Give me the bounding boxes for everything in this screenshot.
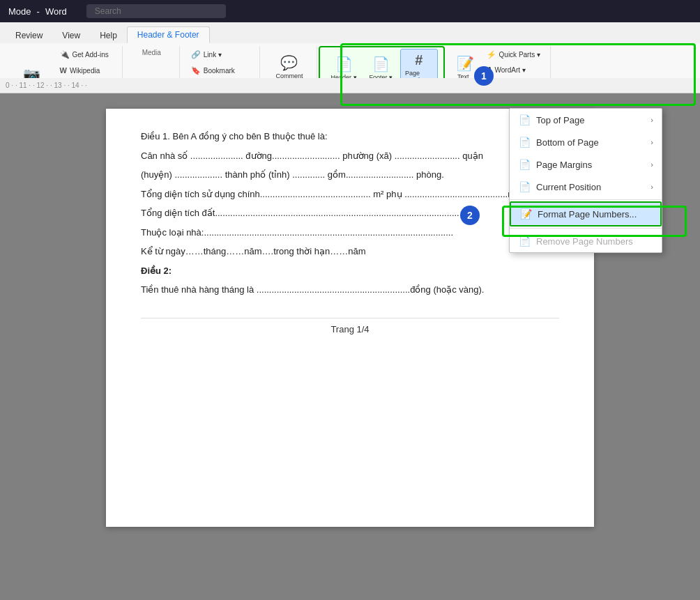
addins-icon: 🔌	[60, 50, 70, 59]
dropdown-divider-1	[510, 199, 662, 200]
tab-help[interactable]: Help	[90, 28, 127, 43]
bookmark-icon: 🔖	[191, 66, 201, 75]
quick-parts-icon: ⚡	[487, 50, 496, 59]
page-footer: Trang 1/4	[141, 318, 559, 334]
page-number-display: Trang 1/4	[330, 324, 369, 334]
ruler: 0 · · 11 · · 12 · · 13 · · 14 · ·	[0, 78, 700, 93]
badge-1: 1	[474, 66, 494, 86]
search-input[interactable]	[86, 4, 226, 18]
header-icon: 📄	[335, 56, 353, 72]
top-of-page-icon: 📄	[518, 114, 531, 126]
badge-2: 2	[460, 206, 480, 225]
wikipedia-btn[interactable]: W Wikipedia	[56, 63, 116, 77]
top-of-page-label: Top of Page	[536, 115, 584, 125]
dropdown-remove-page-numbers[interactable]: 📄 Remove Page Numbers	[510, 230, 662, 252]
title-separator: -	[37, 6, 40, 17]
tab-review[interactable]: Review	[6, 28, 52, 43]
format-page-numbers-label: Format Page Numbers...	[538, 209, 637, 220]
dropdown-divider-2	[510, 228, 662, 229]
tab-view[interactable]: View	[52, 28, 90, 43]
ribbon-tabs: Review View Help Header & Footer	[0, 22, 700, 43]
get-addins-btn[interactable]: 🔌 Get Add-ins	[56, 47, 116, 62]
tab-header-footer[interactable]: Header & Footer	[127, 26, 210, 43]
comment-icon: 💬	[280, 54, 298, 71]
current-position-chevron: ›	[650, 183, 653, 191]
wikipedia-icon: W	[60, 66, 67, 75]
footer-icon: 📄	[372, 56, 390, 72]
dropdown-page-margins[interactable]: 📄 Page Margins ›	[510, 153, 662, 176]
bookmark-btn[interactable]: 🔖 Bookmark	[187, 63, 254, 78]
title-mode: Mode	[8, 6, 31, 17]
top-of-page-chevron: ›	[650, 116, 653, 124]
page-margins-chevron: ›	[650, 160, 653, 169]
link-icon: 🔗	[191, 50, 201, 59]
title-bar: Mode - Word	[0, 0, 700, 22]
current-position-icon: 📄	[518, 180, 531, 193]
page-number-icon: #	[415, 52, 423, 68]
dropdown-format-page-numbers[interactable]: 📝 Format Page Numbers...	[510, 201, 662, 226]
textbox-icon: 📝	[457, 55, 474, 72]
dropdown-current-position[interactable]: 📄 Current Position ›	[510, 176, 662, 198]
remove-page-numbers-label: Remove Page Numbers	[536, 236, 633, 247]
dropdown-top-of-page[interactable]: 📄 Top of Page ›	[510, 109, 662, 131]
title-app: Word	[45, 6, 67, 17]
page-margins-icon: 📄	[518, 158, 531, 171]
dropdown-overlay: 📄 Top of Page › 📄 Bottom of Page › 📄 Pag…	[342, 108, 683, 253]
bottom-of-page-icon: 📄	[518, 136, 531, 148]
page-number-dropdown: 📄 Top of Page › 📄 Bottom of Page › 📄 Pag…	[509, 108, 662, 253]
quick-parts-btn[interactable]: ⚡ Quick Parts ▾	[482, 47, 545, 62]
doc-line-8: Điều 2:	[141, 264, 559, 278]
remove-page-numbers-icon: 📄	[518, 235, 531, 247]
dropdown-bottom-of-page[interactable]: 📄 Bottom of Page ›	[510, 131, 662, 153]
format-page-numbers-icon: 📝	[519, 208, 532, 220]
doc-line-9: Tiền thuê nhà hàng tháng là ............…	[141, 283, 559, 297]
page-margins-label: Page Margins	[536, 160, 592, 170]
bottom-of-page-chevron: ›	[650, 138, 653, 146]
media-label: Media	[142, 49, 161, 56]
bottom-of-page-label: Bottom of Page	[536, 137, 599, 148]
current-position-label: Current Position	[536, 182, 601, 192]
link-btn[interactable]: 🔗 Link ▾	[187, 47, 254, 62]
